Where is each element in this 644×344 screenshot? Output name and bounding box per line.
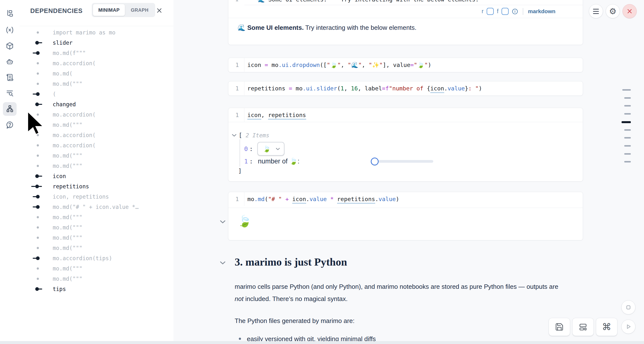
minimap-item[interactable]: mo.md(f""" <box>20 48 174 58</box>
collapse-section-icon[interactable] <box>220 261 226 265</box>
save-icon <box>555 322 564 331</box>
minimap-item[interactable]: tips <box>20 284 174 294</box>
output-bold-text: 🌊 Some UI elements. <box>238 24 304 31</box>
formatting-badge[interactable]: f <box>497 8 498 15</box>
panel-title: DEPENDENCIES <box>30 7 83 15</box>
cell-icon-dropdown[interactable]: 1 icon = mo.ui.dropdown(["🍃", "🌊", "✨"],… <box>228 58 583 72</box>
code-fragment[interactable]: "**🌊 Some UI elements.** Try interacting… <box>247 0 479 3</box>
code-line[interactable]: icon = mo.ui.dropdown(["🍃", "🌊", "✨"], v… <box>244 62 431 68</box>
line-number: 1 <box>228 108 244 122</box>
code-line[interactable]: icon, repetitions <box>244 112 306 118</box>
minimap-item-label: icon, repetitions <box>53 194 109 200</box>
cell-icon-repetitions[interactable]: 1 icon, repetitions [ 2 Items 0 : 🍃 1 <box>228 108 583 182</box>
scroll-mark[interactable] <box>624 113 631 115</box>
chevron-down-icon <box>276 147 280 150</box>
minimap-item[interactable]: import marimo as mo <box>20 27 174 38</box>
scroll-mark[interactable] <box>622 89 631 91</box>
collapse-tree-icon[interactable] <box>232 134 236 137</box>
minimap-item[interactable]: mo.md(""" <box>20 120 174 130</box>
minimap-item[interactable]: ( <box>20 89 174 99</box>
table-of-contents-search-icon[interactable] <box>3 86 16 100</box>
code-line[interactable]: repetitions = mo.ui.slider(1, 16, label=… <box>244 85 482 92</box>
minimap-item[interactable]: repetitions <box>20 181 174 192</box>
minimap-item-label: mo.accordion( <box>53 142 96 148</box>
snippets-icon[interactable] <box>3 71 16 84</box>
dropdown-selected-value: 🍃 <box>263 145 270 153</box>
scroll-mark-active[interactable] <box>622 121 631 123</box>
view-toggle: MINIMAP GRAPH <box>92 3 155 17</box>
gear-icon: ⚙ <box>609 7 616 15</box>
minimap-item-label: mo.md(""" <box>53 265 82 272</box>
minimap-item[interactable]: mo.md(""" <box>20 212 174 222</box>
play-icon <box>625 323 632 330</box>
para-emphasis: not <box>235 295 244 302</box>
tab-minimap[interactable]: MINIMAP <box>93 4 125 16</box>
help-icon[interactable] <box>3 118 16 132</box>
minimap-item[interactable]: mo.md(""" <box>20 79 174 89</box>
reactive-toggle-icon[interactable] <box>487 8 494 15</box>
minimap-item[interactable]: icon, repetitions <box>20 192 174 202</box>
stop-button[interactable] <box>621 300 636 314</box>
scroll-mark[interactable] <box>624 137 631 138</box>
minimap-item[interactable]: mo.accordion( <box>20 130 174 140</box>
code-line[interactable]: mo.md("# " + icon.value * repetitions.va… <box>244 196 399 203</box>
run-button[interactable] <box>621 319 636 334</box>
command-icon: ⌘ <box>602 322 611 331</box>
minimap-item[interactable]: icon <box>20 171 174 181</box>
close-panel-icon[interactable] <box>155 6 164 15</box>
variables-icon[interactable] <box>3 23 16 37</box>
settings-button[interactable]: ⚙ <box>606 4 620 18</box>
tab-graph[interactable]: GRAPH <box>126 4 154 16</box>
slider-thumb[interactable] <box>371 157 378 165</box>
scroll-mark[interactable] <box>624 105 631 106</box>
info-icon[interactable] <box>512 8 518 15</box>
save-button[interactable] <box>548 318 570 336</box>
cell-repetitions-slider[interactable]: 1 repetitions = mo.ui.slider(1, 16, labe… <box>228 81 583 96</box>
cell-md-heading[interactable]: 1 mo.md("# " + icon.value * repetitions.… <box>228 192 583 240</box>
minimap-item[interactable]: changed <box>20 99 174 109</box>
dependencies-icon[interactable] <box>3 102 16 116</box>
minimap-item[interactable]: mo.md(""" <box>20 233 174 243</box>
minimap-item[interactable]: mo.md(""" <box>20 243 174 253</box>
close-icon <box>626 8 633 15</box>
minimap-item[interactable]: mo.accordion( <box>20 58 174 68</box>
slider-track[interactable] <box>378 160 433 163</box>
minimap-item[interactable]: mo.md(""" <box>20 150 174 161</box>
scroll-mark[interactable] <box>624 97 631 99</box>
minimap-item[interactable]: mo.md("# " + icon.value *… <box>20 202 174 212</box>
scroll-mark[interactable] <box>624 145 631 147</box>
layout-button[interactable] <box>572 318 594 336</box>
tree-guide-line <box>240 139 240 167</box>
notebook-menu-button[interactable] <box>589 4 603 18</box>
minimap-item[interactable]: mo.md(""" <box>20 161 174 171</box>
scroll-mark[interactable] <box>624 153 631 155</box>
scroll-mark[interactable] <box>624 161 631 162</box>
cell-ui-elements-markdown[interactable]: 1 "**🌊 Some UI elements.** Try interacti… <box>228 0 583 45</box>
language-badge[interactable]: markdown <box>528 8 556 15</box>
minimap-item[interactable]: mo.md(""" <box>20 263 174 274</box>
minimap-item[interactable]: mo.md(""" <box>20 274 174 284</box>
minimap-item-label: mo.md(""" <box>53 163 82 169</box>
minimap-item[interactable]: mo.accordion( <box>20 109 174 120</box>
minimap-item[interactable]: slider <box>20 38 174 48</box>
keyboard-shortcuts-button[interactable]: ⌘ <box>596 318 618 336</box>
file-explorer-icon[interactable] <box>3 7 16 20</box>
tree-key-0: 0 <box>244 145 248 152</box>
ai-assistant-icon[interactable] <box>3 55 16 69</box>
bracket-open: [ <box>238 132 242 139</box>
shutdown-button[interactable] <box>622 4 637 18</box>
minimap-item[interactable]: mo.md(""" <box>20 222 174 233</box>
slider-label: number of 🍃: <box>258 157 299 165</box>
scroll-mark[interactable] <box>624 129 631 131</box>
collapse-output-icon[interactable] <box>220 220 226 224</box>
minimap-item-label: slider <box>53 40 72 46</box>
badge-divider <box>523 8 523 15</box>
section-paragraph-1: marimo cells parse Python (and only Pyth… <box>235 280 560 305</box>
minimap-item[interactable]: mo.accordion(tips) <box>20 253 174 263</box>
reactive-badge[interactable]: r <box>482 8 484 15</box>
icon-dropdown-select[interactable]: 🍃 <box>257 142 284 156</box>
minimap-item[interactable]: mo.md( <box>20 68 174 79</box>
packages-icon[interactable] <box>3 39 16 53</box>
minimap-item[interactable]: mo.accordion( <box>20 140 174 150</box>
formatting-toggle-icon[interactable] <box>502 8 508 15</box>
